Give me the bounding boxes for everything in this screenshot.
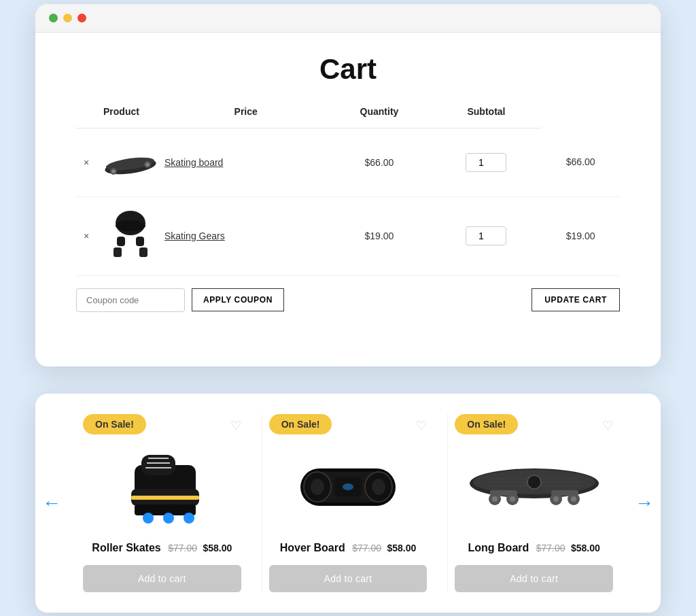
price-cell: $66.00 xyxy=(327,128,431,196)
product-image-cell xyxy=(97,128,164,196)
product-image-wrap xyxy=(94,441,230,530)
product-link[interactable]: Skating Gears xyxy=(164,230,225,241)
col-remove xyxy=(76,106,97,129)
wishlist-icon[interactable]: ♡ xyxy=(416,418,427,433)
coupon-input[interactable] xyxy=(76,288,185,312)
old-price: $77.00 xyxy=(168,543,197,553)
on-sale-badge: On Sale! xyxy=(83,414,146,434)
prev-arrow-button[interactable]: ← xyxy=(42,492,61,514)
product-info: Long Board $77.00 $58.00 xyxy=(468,542,600,554)
svg-point-7 xyxy=(116,220,145,231)
svg-point-4 xyxy=(112,169,116,173)
product-info: Hover Board $77.00 $58.00 xyxy=(280,542,417,554)
product-card: On Sale! ♡ Roller Skates $77.00 xyxy=(76,414,248,592)
svg-point-17 xyxy=(184,513,194,524)
subtotal-cell: $19.00 xyxy=(541,196,620,275)
remove-item-button[interactable]: × xyxy=(76,128,97,196)
old-price: $77.00 xyxy=(352,543,381,553)
price-cell: $19.00 xyxy=(327,196,431,275)
svg-point-43 xyxy=(510,496,515,502)
svg-point-46 xyxy=(527,475,541,489)
remove-item-button[interactable]: × xyxy=(76,196,97,275)
browser-bar xyxy=(35,4,661,33)
on-sale-badge: On Sale! xyxy=(269,414,332,434)
qty-cell xyxy=(432,128,542,196)
product-card: On Sale! ♡ Hover Board $77.00 $58.00 Add… xyxy=(262,414,434,592)
product-name-cell: Skating board xyxy=(164,128,327,196)
product-card-name: Hover Board xyxy=(280,542,345,553)
browser-window: Cart Product Price Quantity Subtotal × xyxy=(35,4,661,366)
col-quantity: Quantity xyxy=(327,106,431,129)
dot-green xyxy=(49,14,58,22)
product-link[interactable]: Skating board xyxy=(164,157,223,168)
svg-rect-9 xyxy=(136,237,144,246)
wishlist-icon[interactable]: ♡ xyxy=(230,418,241,433)
table-row: × Skating board $66.00 $66.00 xyxy=(76,128,620,196)
subtotal-cell: $66.00 xyxy=(541,128,620,196)
product-card-name: Roller Skates xyxy=(92,542,160,553)
products-grid: On Sale! ♡ Roller Skates $77.00 xyxy=(76,414,620,592)
on-sale-badge: On Sale! xyxy=(455,414,518,434)
cart-actions: APPLY COUPON UPDATE CART xyxy=(76,288,620,312)
svg-point-28 xyxy=(311,479,324,495)
outer-wrapper: Cart Product Price Quantity Subtotal × xyxy=(35,4,661,613)
cart-content: Cart Product Price Quantity Subtotal × xyxy=(35,33,661,326)
product-card: On Sale! ♡ xyxy=(447,414,620,592)
product-name-cell: Skating Gears xyxy=(164,196,327,275)
svg-point-45 xyxy=(571,496,576,502)
next-arrow-button[interactable]: → xyxy=(635,492,654,514)
add-to-cart-button[interactable]: Add to cart xyxy=(455,565,613,592)
quantity-input[interactable] xyxy=(466,153,506,172)
product-card-name: Long Board xyxy=(468,542,529,553)
old-price: $77.00 xyxy=(536,543,566,553)
svg-rect-8 xyxy=(117,237,125,246)
product-image-wrap xyxy=(280,441,416,530)
new-price: $58.00 xyxy=(571,543,600,553)
col-price: Price xyxy=(164,106,327,129)
product-info: Roller Skates $77.00 $58.00 xyxy=(92,542,232,554)
new-price: $58.00 xyxy=(203,543,232,553)
product-image-wrap xyxy=(459,441,609,530)
svg-rect-11 xyxy=(139,247,147,257)
product-image-cell xyxy=(97,196,164,275)
add-to-cart-button[interactable]: Add to cart xyxy=(83,565,241,592)
products-panel: ← On Sale! ♡ Roller Skates xyxy=(35,394,661,613)
svg-point-15 xyxy=(143,513,154,524)
new-price: $58.00 xyxy=(387,543,416,553)
page-title: Cart xyxy=(76,53,620,86)
svg-point-29 xyxy=(372,479,385,495)
table-row: × Skating Gears $19.00 $19.00 xyxy=(76,196,620,275)
svg-rect-10 xyxy=(114,247,122,257)
svg-point-16 xyxy=(163,513,174,524)
svg-point-42 xyxy=(492,496,498,502)
svg-rect-22 xyxy=(131,496,199,500)
qty-cell xyxy=(432,196,542,275)
add-to-cart-button[interactable]: Add to cart xyxy=(269,565,428,592)
dot-yellow xyxy=(63,14,72,22)
cart-table: Product Price Quantity Subtotal × xyxy=(76,106,620,276)
col-product: Product xyxy=(97,106,164,129)
svg-point-30 xyxy=(343,483,353,490)
wishlist-icon[interactable]: ♡ xyxy=(602,418,613,433)
svg-point-44 xyxy=(553,496,559,502)
col-subtotal: Subtotal xyxy=(432,106,542,129)
quantity-input[interactable] xyxy=(466,226,506,245)
svg-point-5 xyxy=(146,162,150,166)
update-cart-button[interactable]: UPDATE CART xyxy=(532,288,620,311)
apply-coupon-button[interactable]: APPLY COUPON xyxy=(192,288,284,311)
dot-red xyxy=(77,14,86,22)
